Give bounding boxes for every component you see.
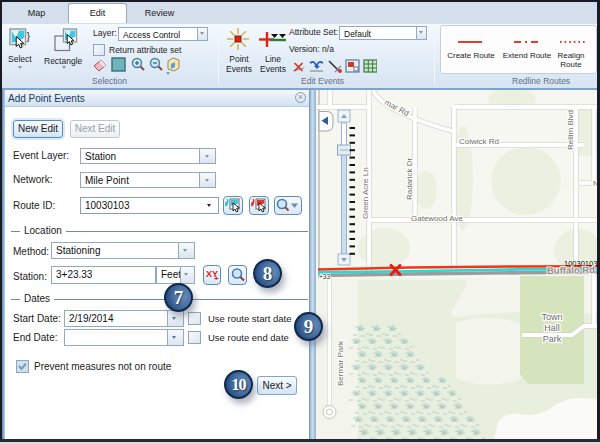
svg-text:Hall: Hall — [544, 323, 560, 333]
svg-text:Colwick Rd: Colwick Rd — [459, 137, 499, 146]
svg-text:Town: Town — [541, 312, 562, 322]
svg-text:}: } — [27, 30, 31, 42]
svg-text:Rellim Blvd: Rellim Blvd — [566, 110, 575, 150]
svg-text:Green Acre Ln: Green Acre Ln — [361, 167, 370, 219]
svg-text:Buffalo Rd: Buffalo Rd — [547, 264, 595, 276]
svg-text:Bermar Park: Bermar Park — [336, 340, 345, 386]
svg-text:+33: +33 — [319, 273, 330, 280]
svg-text:Radarick Dr: Radarick Dr — [405, 157, 414, 200]
svg-text:Gatewood Ave: Gatewood Ave — [411, 214, 463, 223]
svg-text:Park: Park — [543, 334, 562, 344]
svg-text:N: N — [593, 179, 597, 188]
